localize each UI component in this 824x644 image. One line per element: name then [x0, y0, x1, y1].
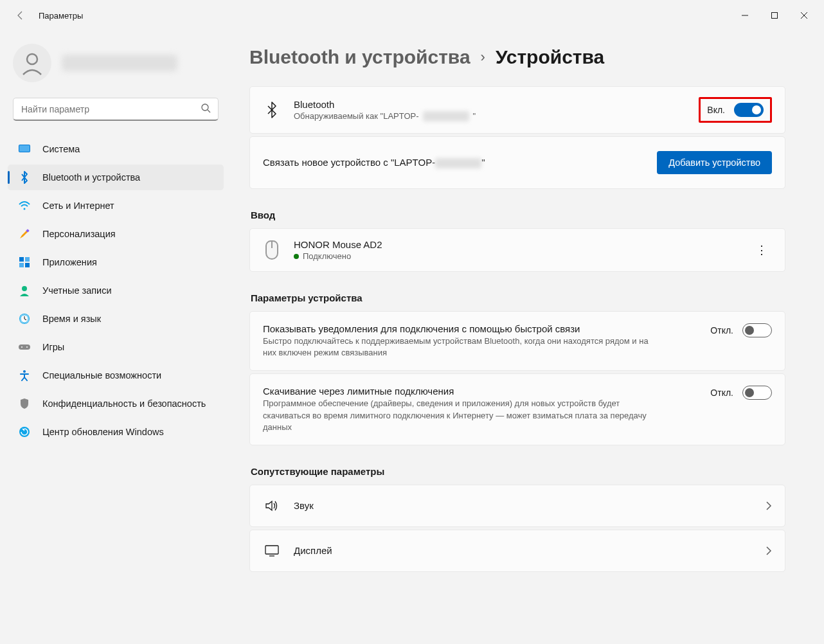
globe-clock-icon: [18, 312, 31, 325]
profile[interactable]: [8, 36, 224, 98]
setting-title: Скачивание через лимитные подключения: [263, 386, 710, 397]
mouse-icon: [263, 240, 281, 260]
device-more-button[interactable]: ⋮: [751, 240, 772, 260]
sidebar-item-apps[interactable]: Приложения: [8, 249, 224, 275]
sidebar-item-label: Персонализация: [42, 229, 116, 239]
apps-icon: [18, 256, 31, 269]
chevron-right-icon: [766, 501, 772, 511]
setting-subtitle: Программное обеспечение (драйверы, сведе…: [263, 398, 649, 433]
svg-point-5: [202, 104, 208, 111]
bluetooth-card: Bluetooth Обнаруживаемый как "LAPTOP-" В…: [249, 86, 785, 134]
back-button[interactable]: [13, 8, 28, 23]
paintbrush-icon: [18, 228, 31, 240]
sidebar-item-label: Система: [42, 144, 80, 154]
page-title: Устройства: [496, 46, 604, 68]
svg-line-6: [208, 110, 210, 112]
device-status: Подключено: [294, 251, 751, 261]
svg-rect-8: [19, 145, 30, 152]
sidebar: Система Bluetooth и устройства Сеть и Ин…: [0, 31, 231, 644]
related-label: Звук: [294, 500, 766, 511]
sidebar-item-bluetooth[interactable]: Bluetooth и устройства: [8, 165, 224, 190]
close-button[interactable]: [789, 5, 819, 26]
accessibility-icon: [18, 369, 31, 382]
setting-fast-pair: Показывать уведомления для подключения с…: [249, 311, 785, 371]
sidebar-item-label: Центр обновления Windows: [42, 427, 164, 437]
svg-rect-21: [19, 344, 30, 350]
setting-status: Откл.: [710, 388, 733, 398]
chevron-right-icon: ›: [481, 49, 485, 66]
section-device-settings: Параметры устройства: [251, 292, 785, 303]
sidebar-item-label: Игры: [42, 342, 64, 352]
svg-rect-14: [25, 263, 30, 267]
breadcrumb: Bluetooth и устройства › Устройства: [249, 46, 785, 68]
chevron-right-icon: [766, 546, 772, 556]
pair-text: Связать новое устройство с "LAPTOP-": [263, 157, 657, 168]
fast-pair-toggle[interactable]: [742, 323, 772, 337]
main-content: Bluetooth и устройства › Устройства Blue…: [231, 31, 824, 644]
display-icon: [263, 544, 281, 557]
setting-title: Показывать уведомления для подключения с…: [263, 323, 710, 334]
search-icon: [201, 103, 211, 116]
device-name-redacted: [423, 111, 469, 121]
svg-rect-26: [265, 546, 278, 554]
bluetooth-toggle[interactable]: [734, 103, 764, 117]
svg-rect-1: [772, 13, 778, 19]
bluetooth-subtitle: Обнаруживаемый как "LAPTOP-": [294, 111, 699, 121]
svg-point-9: [24, 208, 26, 210]
sidebar-item-label: Время и язык: [42, 314, 101, 324]
status-dot-icon: [294, 254, 299, 259]
speaker-icon: [263, 499, 281, 512]
related-display[interactable]: Дисплей: [249, 530, 785, 572]
app-title: Параметры: [39, 11, 83, 21]
section-input: Ввод: [251, 210, 785, 220]
sidebar-item-gaming[interactable]: Игры: [8, 334, 224, 360]
shield-icon: [18, 397, 31, 410]
avatar: [13, 44, 51, 82]
device-name: HONOR Mouse AD2: [294, 239, 751, 250]
breadcrumb-parent[interactable]: Bluetooth и устройства: [249, 46, 470, 68]
sidebar-item-update[interactable]: Центр обновления Windows: [8, 419, 224, 445]
sidebar-item-label: Специальные возможности: [42, 370, 161, 380]
sidebar-item-label: Bluetooth и устройства: [42, 172, 140, 183]
setting-subtitle: Быстро подключайтесь к поддерживаемым ус…: [263, 335, 649, 359]
device-name-redacted: [435, 158, 481, 168]
sidebar-item-label: Приложения: [42, 257, 97, 267]
sidebar-item-label: Конфиденциальность и безопасность: [42, 398, 206, 409]
related-label: Дисплей: [294, 545, 766, 556]
svg-point-24: [23, 370, 26, 373]
sidebar-item-accessibility[interactable]: Специальные возможности: [8, 362, 224, 388]
maximize-button[interactable]: [760, 5, 789, 26]
sidebar-item-accounts[interactable]: Учетные записи: [8, 278, 224, 303]
svg-point-22: [21, 346, 22, 348]
add-device-button[interactable]: Добавить устройство: [657, 151, 772, 174]
svg-rect-13: [19, 263, 24, 267]
section-related: Сопутствующие параметры: [251, 466, 785, 477]
bluetooth-toggle-highlight: Вкл.: [699, 97, 772, 123]
device-card: HONOR Mouse AD2 Подключено ⋮: [249, 228, 785, 272]
sidebar-item-privacy[interactable]: Конфиденциальность и безопасность: [8, 391, 224, 416]
update-icon: [18, 425, 31, 438]
sidebar-item-label: Учетные записи: [42, 285, 112, 296]
bluetooth-status: Вкл.: [707, 105, 725, 115]
search-input[interactable]: [13, 98, 219, 121]
sidebar-item-label: Сеть и Интернет: [42, 201, 114, 211]
setting-metered: Скачивание через лимитные подключения Пр…: [249, 373, 785, 445]
sidebar-item-time-language[interactable]: Время и язык: [8, 306, 224, 332]
minimize-button[interactable]: [730, 5, 760, 26]
svg-rect-11: [19, 257, 24, 262]
related-sound[interactable]: Звук: [249, 485, 785, 527]
setting-status: Откл.: [710, 325, 733, 335]
sidebar-item-personalization[interactable]: Персонализация: [8, 221, 224, 247]
wifi-icon: [18, 199, 31, 212]
titlebar: Параметры: [0, 0, 824, 31]
pair-card: Связать новое устройство с "LAPTOP-" Доб…: [249, 136, 785, 189]
svg-rect-12: [25, 257, 30, 262]
bluetooth-title: Bluetooth: [294, 99, 699, 110]
svg-point-15: [22, 286, 27, 291]
bluetooth-icon: [263, 102, 281, 118]
sidebar-item-network[interactable]: Сеть и Интернет: [8, 193, 224, 219]
svg-point-23: [26, 346, 28, 348]
person-icon: [18, 284, 31, 297]
metered-toggle[interactable]: [742, 386, 772, 400]
sidebar-item-system[interactable]: Система: [8, 136, 224, 162]
